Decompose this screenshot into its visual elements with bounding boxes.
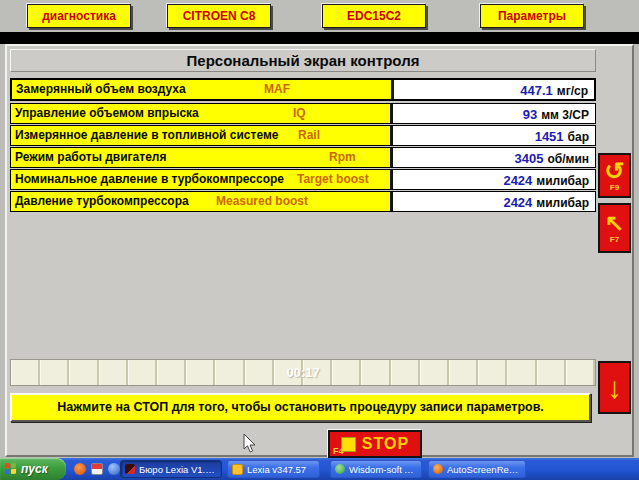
fkey-label: F9 — [610, 184, 619, 192]
row-unit: милибар — [536, 196, 589, 210]
fkey-label: F4 — [333, 446, 344, 456]
recording-progress-bar: 00:17 — [10, 359, 596, 386]
task-label: Lexia v347.57 — [247, 464, 306, 475]
windows-logo-icon — [5, 463, 17, 476]
taskbar-item-lexia-bureau[interactable]: Бюро Lexia V1.4.13 — [120, 460, 222, 478]
row-value-cell: 2424милибар — [393, 170, 595, 189]
separator-strip — [0, 32, 639, 44]
table-row: Управление объемом впрыска IQ 93мм 3/СР — [10, 103, 596, 124]
app-icon — [335, 464, 345, 474]
browser-icon[interactable] — [108, 463, 120, 475]
nav-button-vehicle[interactable]: CITROEN C8 — [167, 4, 271, 28]
main-panel: Персональный экран контроля Замерянный о… — [5, 44, 634, 457]
start-button-label: пуск — [21, 462, 48, 476]
row-label: Измерянное давление в топливной системе — [11, 126, 393, 145]
row-unit: мм 3/СР — [541, 108, 589, 122]
table-row: Измерянное давление в топливной системе … — [10, 125, 596, 146]
row-unit: бар — [568, 130, 589, 144]
table-row: Номинальное давление в турбокомпрессоре … — [10, 169, 596, 190]
row-value: 2424 — [503, 173, 532, 188]
table-row: Режим работы двигателя Rpm 3405об/мин — [10, 147, 596, 168]
page-title: Персональный экран контроля — [10, 49, 596, 72]
app-icon — [433, 464, 443, 474]
app-icon — [125, 464, 135, 474]
row-value-cell: 1451бар — [393, 126, 595, 145]
stop-button-f4[interactable]: F4 STOP — [328, 430, 422, 458]
row-label: Замерянный объем воздуха — [12, 80, 394, 99]
row-value-cell: 93мм 3/СР — [393, 104, 595, 123]
parameter-table: Замерянный объем воздуха MAF 447.1мг/ср … — [10, 78, 596, 213]
row-label: Давление турбокомпрессора — [11, 192, 393, 211]
taskbar-item-wisdomsoft[interactable]: Wisdom-soft AutoScr... — [330, 460, 422, 478]
row-param-code: IQ — [293, 104, 306, 123]
back-button-f7[interactable]: ↖ F7 — [598, 203, 631, 253]
row-value: 447.1 — [520, 83, 553, 98]
quick-launch-app-icon[interactable] — [74, 463, 86, 475]
task-label: Бюро Lexia V1.4.13 — [139, 464, 217, 475]
repeat-button-f9[interactable]: ↺ F9 — [598, 153, 631, 198]
row-param-code: Measured boost — [216, 192, 308, 211]
table-row: Замерянный объем воздуха MAF 447.1мг/ср — [10, 78, 596, 101]
arrow-down-icon: ↓ — [607, 373, 622, 403]
row-param-code: Rpm — [329, 148, 356, 167]
task-label: Wisdom-soft AutoScr... — [349, 464, 417, 475]
nav-button-diagnostics[interactable]: диагностика — [27, 4, 131, 28]
row-value: 3405 — [515, 151, 544, 166]
row-value-cell: 447.1мг/ср — [394, 80, 594, 99]
status-message: Нажмите на СТОП для того, чтобы останови… — [10, 393, 591, 422]
fkey-label: F7 — [610, 236, 619, 244]
start-button[interactable]: пуск — [0, 458, 66, 480]
app-icon — [232, 464, 243, 475]
show-desktop-icon[interactable] — [91, 463, 103, 475]
top-nav-strip: диагностика CITROEN C8 EDC15C2 Параметры — [0, 0, 639, 32]
scroll-down-button[interactable]: ↓ — [598, 361, 631, 414]
stop-button-label: STOP — [362, 435, 409, 453]
row-value: 93 — [523, 107, 537, 122]
table-row: Давление турбокомпрессора Measured boost… — [10, 191, 596, 212]
row-value: 1451 — [535, 129, 564, 144]
row-param-code: Target boost — [297, 170, 369, 189]
row-unit: об/мин — [547, 152, 589, 166]
row-unit: милибар — [536, 174, 589, 188]
timer-value: 00:17 — [11, 360, 595, 385]
taskbar-item-lexia[interactable]: Lexia v347.57 — [227, 460, 320, 478]
arrow-up-left-icon: ↖ — [605, 212, 624, 235]
row-label: Управление объемом впрыска — [11, 104, 393, 123]
row-value-cell: 3405об/мин — [393, 148, 595, 167]
taskbar-item-autoscreenrecorder[interactable]: AutoScreenRecorder ... — [428, 460, 526, 478]
nav-button-ecu[interactable]: EDC15C2 — [322, 4, 426, 28]
rotate-arrow-icon: ↺ — [604, 159, 624, 183]
nav-button-parameters[interactable]: Параметры — [480, 4, 584, 28]
row-param-code: Rail — [298, 126, 320, 145]
row-param-code: MAF — [264, 80, 290, 99]
row-value: 2424 — [503, 195, 532, 210]
row-unit: мг/ср — [557, 84, 588, 98]
task-label: AutoScreenRecorder ... — [447, 464, 521, 475]
taskbar: пуск » Бюро Lexia V1.4.13 Lexia v347.57 … — [0, 458, 639, 480]
row-value-cell: 2424милибар — [393, 192, 595, 211]
